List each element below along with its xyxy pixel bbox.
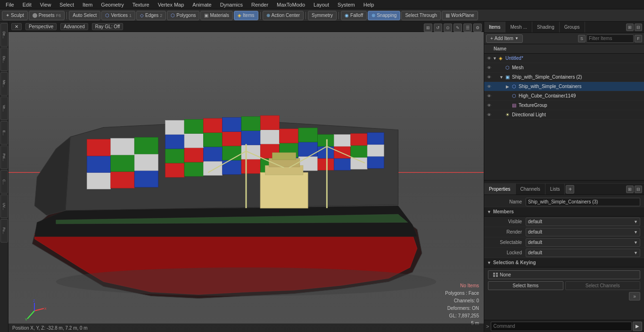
auto-select-button[interactable]: Auto Select: [69, 11, 100, 20]
tab-groups[interactable]: Groups: [560, 22, 585, 32]
eye-icon-7[interactable]: 👁: [485, 111, 493, 119]
action-center-button[interactable]: ⊕ Action Center: [263, 11, 304, 20]
none-button[interactable]: None: [488, 270, 640, 279]
items-list[interactable]: 👁 ▼ ◈ Untitled* 👁 ▶ ⬡ Mesh: [484, 54, 644, 180]
menu-select[interactable]: Select: [56, 0, 78, 9]
selectable-value[interactable]: default ▼: [526, 238, 640, 247]
locked-select[interactable]: default ▼: [526, 249, 640, 257]
select-channels-button[interactable]: Select Channels: [565, 281, 641, 290]
menu-item[interactable]: Item: [79, 0, 96, 9]
eye-icon-1[interactable]: 👁: [485, 55, 493, 62]
menu-file[interactable]: File: [2, 0, 18, 9]
tab-lists[interactable]: Lists: [545, 184, 565, 194]
vp-icon-6[interactable]: ⚙: [473, 24, 482, 32]
vp-icon-4[interactable]: ✎: [454, 24, 462, 32]
props-collapse-icon[interactable]: ⊟: [635, 186, 642, 193]
arrow-icon-3[interactable]: ▼: [499, 75, 504, 80]
visible-value[interactable]: default ▼: [526, 218, 640, 226]
render-value[interactable]: default ▼: [526, 228, 640, 236]
tab-properties[interactable]: Properties: [484, 184, 516, 194]
filter-icon[interactable]: F: [635, 35, 642, 42]
eye-icon-2[interactable]: 👁: [485, 64, 493, 72]
vp-icon-2[interactable]: ↺: [434, 24, 442, 32]
arrow-icon-7[interactable]: ▶: [499, 113, 504, 117]
viewport-advanced[interactable]: Advanced: [60, 23, 88, 30]
eye-icon-5[interactable]: 👁: [485, 92, 493, 100]
item-row-light[interactable]: 👁 ▶ ☀ Directional Light: [484, 110, 644, 120]
viewport-close[interactable]: ✕: [11, 23, 22, 30]
left-tool-8[interactable]: UV...: [0, 194, 8, 218]
arrow-icon-6[interactable]: ▶: [506, 103, 511, 108]
menu-help[interactable]: Help: [360, 0, 378, 9]
eye-icon-4[interactable]: 👁: [485, 83, 493, 90]
left-tool-4[interactable]: Ve...: [0, 97, 8, 120]
menu-animate[interactable]: Animate: [189, 0, 215, 9]
expand-button[interactable]: »: [629, 292, 640, 300]
menu-texture[interactable]: Texture: [129, 0, 153, 9]
arrow-icon-4[interactable]: ▶: [506, 84, 511, 89]
select-through-button[interactable]: Select Through: [401, 11, 441, 20]
command-exec-button[interactable]: ▶: [633, 322, 642, 331]
left-tool-7[interactable]: C...: [0, 170, 8, 194]
eye-icon-3[interactable]: 👁: [485, 73, 493, 81]
sel-keying-section[interactable]: ▼ Selection & Keying: [484, 258, 644, 267]
select-items-button[interactable]: Select Items: [488, 281, 563, 290]
item-row-mesh[interactable]: 👁 ▶ ⬡ Mesh: [484, 63, 644, 73]
item-row-ship[interactable]: 👁 ▶ ⬡ Ship_with_Simple_Containers: [484, 82, 644, 91]
item-row-cube[interactable]: 👁 ▶ ⬡ High_Cube_Container1149: [484, 91, 644, 101]
viewport-canvas[interactable]: No Items Polygons : Face Channels: 0 Def…: [8, 32, 484, 332]
visible-select[interactable]: default ▼: [526, 218, 640, 226]
save-items-icon[interactable]: S: [578, 35, 586, 42]
menu-dynamics[interactable]: Dynamics: [216, 0, 247, 9]
edges-button[interactable]: ◇ Edges 2: [136, 11, 166, 20]
polygons-button[interactable]: ⬡ Polygons: [167, 11, 199, 20]
arrow-icon-2[interactable]: ▶: [499, 65, 504, 70]
materials-button[interactable]: ▣ Materials: [200, 11, 233, 20]
left-tool-2[interactable]: Du...: [0, 48, 8, 71]
item-row-ship-group[interactable]: 👁 ▼ ▣ Ship_with_Simple_Containers (2): [484, 73, 644, 82]
filter-items-input[interactable]: [586, 34, 634, 43]
left-tool-3[interactable]: Me...: [0, 72, 8, 96]
falloff-button[interactable]: ◉ Falloff: [341, 11, 367, 20]
tab-channels[interactable]: Channels: [516, 184, 545, 194]
vp-icon-1[interactable]: ⊞: [424, 24, 432, 32]
menu-layout[interactable]: Layout: [310, 0, 333, 9]
symmetry-button[interactable]: Symmetry: [308, 11, 337, 20]
command-input[interactable]: [491, 322, 632, 331]
viewport[interactable]: ✕ Perspective Advanced Ray GL: Off ⊞ ↺ ⊙…: [8, 22, 484, 332]
render-select[interactable]: default ▼: [526, 228, 640, 236]
menu-system[interactable]: System: [334, 0, 359, 9]
left-tool-9[interactable]: Fu...: [0, 219, 8, 243]
workplane-button[interactable]: ▦ WorkPlane: [442, 11, 478, 20]
viewport-raygl[interactable]: Ray GL: Off: [92, 23, 124, 30]
snapping-button[interactable]: ⊛ Snapping: [368, 11, 400, 20]
name-input[interactable]: [526, 198, 640, 206]
menu-vertex-map[interactable]: Vertex Map: [154, 0, 188, 9]
props-expand-icon[interactable]: ⊞: [626, 186, 634, 193]
items-button[interactable]: ◈ Items: [234, 11, 258, 20]
eye-icon-6[interactable]: 👁: [485, 102, 493, 109]
menu-maxtomodo[interactable]: MaxToModo: [273, 0, 309, 9]
members-section[interactable]: ▼ Members: [484, 207, 644, 217]
viewport-mode[interactable]: Perspective: [25, 23, 57, 30]
tab-shading[interactable]: Shading: [532, 22, 560, 32]
item-row-untitled[interactable]: 👁 ▼ ◈ Untitled*: [484, 54, 644, 63]
presets-button[interactable]: Presets F6: [29, 11, 65, 20]
locked-value[interactable]: default ▼: [526, 249, 640, 257]
arrow-icon-5[interactable]: ▶: [506, 94, 511, 98]
left-tool-1[interactable]: De...: [0, 23, 8, 47]
add-tab-button[interactable]: +: [566, 185, 574, 194]
tab-mesh[interactable]: Mesh ...: [505, 22, 532, 32]
left-tool-6[interactable]: Pol...: [0, 146, 8, 169]
add-item-button[interactable]: + Add Item ▼: [486, 34, 523, 43]
vertices-button[interactable]: ⬡ Vertices 1: [101, 11, 135, 20]
menu-edit[interactable]: Edit: [19, 0, 35, 9]
menu-render[interactable]: Render: [248, 0, 272, 9]
tab-items[interactable]: Items: [484, 22, 505, 32]
vp-icon-5[interactable]: ☰: [463, 24, 472, 32]
item-row-texture[interactable]: 👁 ▶ ▤ TextureGroup: [484, 101, 644, 110]
arrow-icon-1[interactable]: ▼: [493, 56, 497, 61]
menu-view[interactable]: View: [36, 0, 55, 9]
vp-icon-3[interactable]: ⊙: [444, 24, 452, 32]
menu-geometry[interactable]: Geometry: [97, 0, 127, 9]
